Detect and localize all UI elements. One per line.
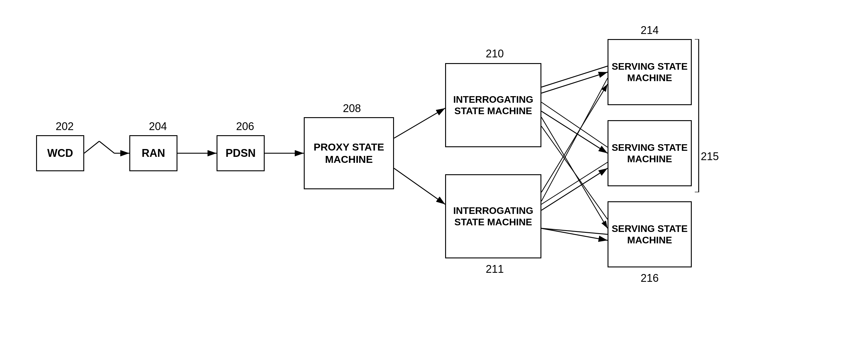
svg-line-20 [541,78,608,201]
svg-line-12 [541,84,608,192]
ism1-label: INTERROGATING STATE MACHINE [446,94,540,117]
svg-line-11 [541,117,608,228]
svg-line-10 [541,111,608,153]
ssm3-box: SERVING STATE MACHINE [608,201,692,267]
ssm2-label: SERVING STATE MACHINE [609,142,691,165]
proxy-box: PROXY STATE MACHINE [304,117,394,189]
ran-box: RAN [129,135,178,171]
proxy-id: 208 [343,102,361,115]
ism2-label: INTERROGATING STATE MACHINE [446,205,540,228]
ran-id: 204 [149,120,167,133]
svg-line-17 [541,162,608,204]
svg-line-2 [84,141,99,153]
ism1-id: 210 [486,47,504,60]
svg-line-9 [541,72,608,93]
svg-line-14 [541,228,608,240]
svg-line-16 [541,102,608,147]
svg-line-7 [394,108,445,138]
svg-line-13 [541,168,608,210]
svg-line-3 [99,141,114,153]
pdsn-label: PDSN [225,147,256,160]
ism1-box: INTERROGATING STATE MACHINE [445,63,541,147]
ran-label: RAN [142,147,165,160]
wcd-label: WCD [47,147,73,160]
wcd-box: WCD [36,135,84,171]
ism2-box: INTERROGATING STATE MACHINE [445,174,541,259]
bracket-215 [694,39,703,192]
wcd-id: 202 [56,120,74,133]
ism2-id: 211 [486,263,504,275]
svg-line-8 [394,168,445,204]
svg-line-15 [541,66,608,87]
svg-line-18 [541,228,608,234]
ssm2-box: SERVING STATE MACHINE [608,120,692,186]
diagram: WCD 202 RAN 204 PDSN 206 PROXY STATE MAC… [0,0,868,341]
ssm3-label: SERVING STATE MACHINE [609,223,691,246]
svg-line-19 [541,126,608,219]
pdsn-box: PDSN [217,135,265,171]
ssm3-id: 216 [641,272,659,284]
ssm1-id: 214 [641,24,659,37]
ssm1-label: SERVING STATE MACHINE [609,61,691,84]
ssm1-box: SERVING STATE MACHINE [608,39,692,105]
proxy-label: PROXY STATE MACHINE [305,141,393,166]
pdsn-id: 206 [236,120,254,133]
ssm-group-id: 215 [701,150,719,163]
